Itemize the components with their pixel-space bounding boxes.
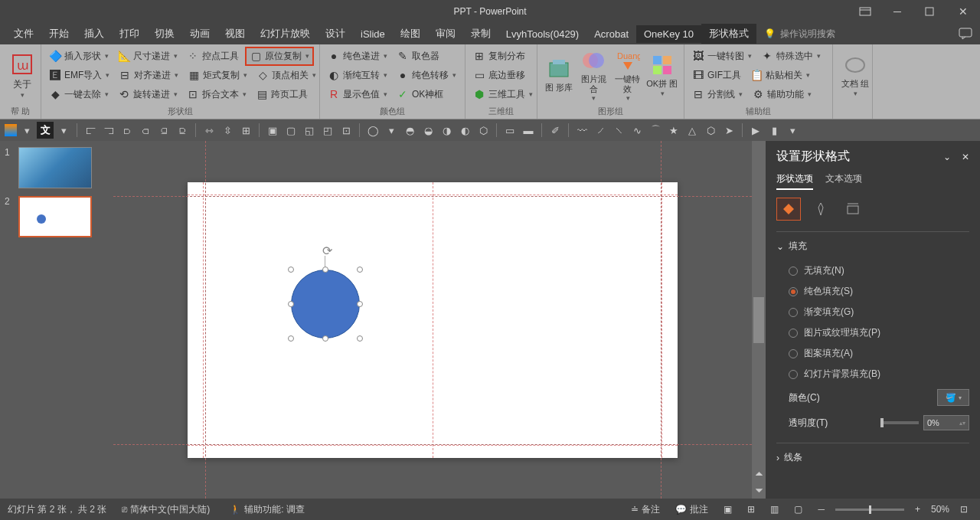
notes-button[interactable]: ≐备注	[626, 502, 665, 518]
qb-align-mid-icon[interactable]: ⫑	[155, 122, 172, 139]
panel-close-icon[interactable]: ✕	[962, 152, 969, 162]
fill-gradient-radio[interactable]: 渐变填充(G)	[776, 302, 969, 322]
qb-hex-icon[interactable]: ⬡	[702, 122, 719, 139]
tab-shape-options[interactable]: 形状选项	[776, 172, 813, 190]
qb-dist-v-icon[interactable]: ⇳	[219, 122, 236, 139]
qb-merge5-icon[interactable]: ⬡	[475, 122, 492, 139]
qb-merge1-icon[interactable]: ◓	[401, 122, 418, 139]
qb-rect-icon[interactable]: ▭	[501, 122, 518, 139]
qb-forward-icon[interactable]: ◱	[301, 122, 318, 139]
fill-line-tab-icon[interactable]	[776, 198, 801, 221]
menu-design[interactable]: 设计	[318, 24, 353, 44]
menu-view[interactable]: 视图	[217, 24, 253, 44]
menu-acrobat[interactable]: Acrobat	[586, 25, 636, 43]
next-slide-icon[interactable]: ⏷	[750, 482, 767, 499]
qb-edit-icon[interactable]: ✐	[547, 122, 564, 139]
insert-shape-button[interactable]: 🔷插入形状▾	[46, 48, 112, 64]
size-step-button[interactable]: 📐尺寸递进▾	[115, 48, 181, 64]
rotation-handle-icon[interactable]: ⟳	[322, 244, 335, 256]
transparency-input[interactable]: 0%▴▾	[923, 415, 969, 430]
fill-color-picker[interactable]: 🪣▾	[937, 389, 969, 406]
language-button[interactable]: ⎚简体中文(中国大陆)	[117, 502, 214, 518]
comments-icon[interactable]	[959, 28, 972, 40]
qb-curve-icon[interactable]: ∿	[629, 122, 645, 139]
handle-n[interactable]	[322, 267, 328, 273]
tell-me-search[interactable]: 💡 操作说明搜索	[756, 25, 843, 44]
doc-group-button[interactable]: 文档 组▾	[838, 47, 873, 103]
handle-e[interactable]	[357, 301, 363, 307]
gradient-swap-button[interactable]: ◐渐纯互转▾	[325, 67, 390, 83]
qb-free2-icon[interactable]: ⟋	[592, 122, 609, 139]
fill-none-radio[interactable]: 无填充(N)	[776, 260, 969, 281]
line-section-header[interactable]: ›线条	[776, 451, 969, 464]
qb-front-icon[interactable]: ▣	[264, 122, 281, 139]
close-button[interactable]: ✕	[946, 1, 980, 22]
divider-button[interactable]: ⊟分割线▾	[689, 87, 746, 103]
paste-related-button[interactable]: 📋粘贴相关▾	[747, 67, 813, 83]
handle-s[interactable]	[322, 335, 328, 342]
qb-dd2[interactable]: ▾	[55, 122, 72, 139]
menu-slideshow[interactable]: 幻灯片放映	[253, 24, 318, 44]
qb-dd1[interactable]: ▾	[18, 122, 35, 139]
menu-print[interactable]: 打印	[112, 24, 147, 44]
accessibility-button[interactable]: 🚶辅助功能: 调查	[225, 502, 309, 518]
qb-free3-icon[interactable]: ⟍	[610, 122, 627, 139]
size-tab-icon[interactable]	[841, 198, 865, 221]
qb-align-left-icon[interactable]: ⫍	[82, 122, 99, 139]
handle-sw[interactable]	[288, 335, 294, 342]
normal-view-icon[interactable]: ▣	[719, 502, 737, 516]
cross-page-button[interactable]: ▤跨页工具	[253, 87, 311, 103]
menu-draw[interactable]: 绘图	[393, 24, 428, 44]
vertical-scrollbar[interactable]: ⏶ ⏷	[752, 141, 766, 499]
ribbon-display-icon[interactable]	[850, 1, 880, 22]
slide-thumbnail-panel[interactable]: 1 2	[0, 141, 113, 499]
zoom-slider[interactable]	[835, 509, 904, 511]
one-click-remove-button[interactable]: ◆一键去除▾	[46, 87, 112, 103]
qb-snap-icon[interactable]: ⊞	[237, 122, 254, 139]
eyedropper-button[interactable]: ✎取色器	[394, 48, 443, 64]
thumbnail-1[interactable]: 1	[5, 147, 109, 188]
scroll-thumb[interactable]	[753, 297, 764, 343]
menu-file[interactable]: 文件	[6, 24, 41, 44]
fill-picture-radio[interactable]: 图片或纹理填充(P)	[776, 322, 969, 343]
menu-insert[interactable]: 插入	[77, 24, 112, 44]
oval-shape[interactable]: ⟳	[291, 270, 360, 338]
reading-view-icon[interactable]: ▥	[766, 502, 783, 516]
menu-islide[interactable]: iSlide	[353, 25, 393, 43]
handle-nw[interactable]	[288, 267, 294, 273]
maximize-button[interactable]	[914, 1, 945, 22]
copy-distribute-button[interactable]: ⊞复制分布	[470, 48, 528, 64]
control-point-button[interactable]: ⁘控点工具	[184, 48, 242, 64]
ok-frame-button[interactable]: ✓OK神框	[394, 87, 446, 103]
fill-solid-radio[interactable]: 纯色填充(S)	[776, 281, 969, 302]
qb-merge2-icon[interactable]: ◒	[420, 122, 436, 139]
fit-window-icon[interactable]: ⊡	[956, 502, 972, 516]
emf-import-button[interactable]: 🅴EMF导入▾	[46, 67, 113, 83]
prev-slide-icon[interactable]: ⏶	[750, 465, 767, 482]
menu-record[interactable]: 录制	[463, 24, 498, 44]
qb-merge3-icon[interactable]: ◑	[438, 122, 455, 139]
qb-dist-h-icon[interactable]: ⇿	[201, 122, 217, 139]
one-click-fx-button[interactable]: Duang一键特 效▾	[611, 47, 645, 103]
qb-free1-icon[interactable]: 〰	[573, 122, 590, 139]
qb-merge4-icon[interactable]: ◐	[456, 122, 473, 139]
panel-collapse-icon[interactable]: ⌄	[943, 152, 951, 162]
fill-section-header[interactable]: ⌄填充	[776, 240, 969, 253]
show-color-button[interactable]: R显示色值▾	[325, 87, 390, 103]
qb-align-center-icon[interactable]: ⫎	[100, 122, 117, 139]
qb-align-bot-icon[interactable]: ⫒	[174, 122, 191, 139]
comments-button[interactable]: 💬批注	[671, 502, 713, 518]
tab-text-options[interactable]: 文本选项	[825, 172, 862, 190]
qb-star-icon[interactable]: ★	[665, 122, 682, 139]
special-select-button[interactable]: ✦特殊选中▾	[758, 48, 824, 64]
handle-w[interactable]	[288, 301, 294, 307]
split-text-button[interactable]: ⊡拆合文本▾	[184, 87, 250, 103]
transparency-slider[interactable]	[880, 421, 919, 424]
slide-counter[interactable]: 幻灯片 第 2 张， 共 2 张	[8, 503, 106, 516]
about-button[interactable]: ɯ 关于 ▾	[5, 47, 40, 103]
gif-tools-button[interactable]: 🎞GIF工具	[689, 67, 744, 83]
handle-se[interactable]	[357, 335, 363, 342]
handle-ne[interactable]	[357, 267, 363, 273]
qb-shape1-icon[interactable]: ◯	[364, 122, 381, 139]
solid-transfer-button[interactable]: ●纯色转移▾	[394, 67, 459, 83]
